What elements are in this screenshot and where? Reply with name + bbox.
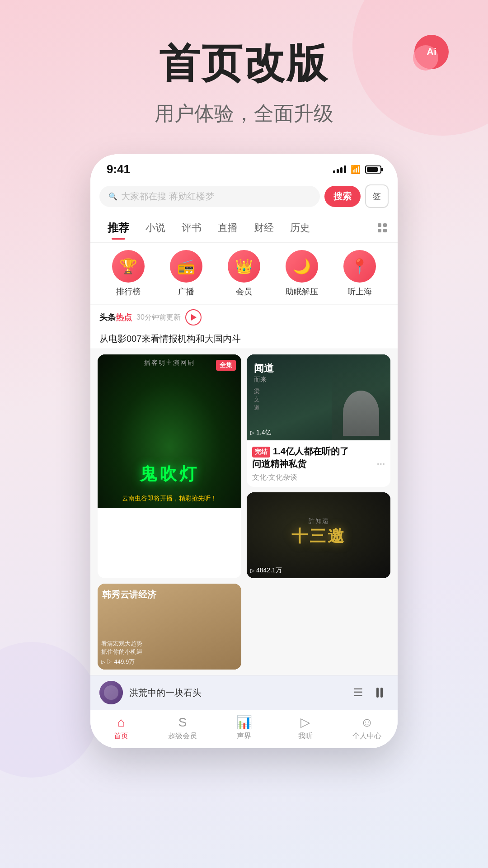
svg-text:Ai: Ai [427, 46, 436, 57]
news-play-button[interactable] [185, 309, 202, 326]
tab-recommend[interactable]: 推荐 [99, 217, 137, 239]
nav-soundscape[interactable]: 📊 声界 [226, 715, 262, 741]
pause-icon [376, 688, 383, 698]
nav-profile[interactable]: ☺ 个人中心 [349, 715, 385, 741]
sleep-label: 助眠解压 [286, 286, 318, 297]
phone-mockup: 9:41 📶 🔍 大家都在搜 蒋勋红楼梦 搜索 签 推荐 小说 评书 直播 财 [90, 154, 398, 748]
ghost-lamp-title: 鬼吹灯 [98, 462, 241, 486]
thirteen-play-count: 4842.1万 [250, 566, 282, 575]
category-member[interactable]: 👑 会员 [228, 250, 260, 297]
card-ghost-lamp[interactable]: 播客明主演网剧 全集 鬼吹灯 云南虫谷即将开播，精彩抢先听！ [98, 354, 241, 578]
news-text: 从电影007来看情报机构和大国内斗 [90, 330, 398, 349]
now-playing-controls: ☰ [353, 684, 389, 702]
card-wendao[interactable]: 闻道 而来 梁文道 1.4亿 完结1.4亿人都在听的了问道精神私货 ··· [247, 354, 390, 487]
wendao-subtitle-en: 而来 [254, 376, 267, 384]
home-icon: ⌂ [117, 715, 125, 730]
profile-label: 个人中心 [352, 731, 381, 741]
card-thirteen[interactable]: 許知遠 十三邀 4842.1万 [247, 492, 390, 578]
profile-icon: ☺ [361, 715, 374, 730]
thirteen-title: 十三邀 [291, 525, 346, 547]
sleep-icon: 🌙 [286, 250, 318, 283]
news-source: 头条热点 [99, 312, 132, 323]
hanxiuyun-title-overlay: 韩秀云讲经济 [102, 588, 237, 601]
news-banner: 头条热点 30分钟前更新 [90, 304, 398, 330]
member-label: 会员 [236, 286, 252, 297]
member-icon: 👑 [228, 250, 260, 283]
soundscape-label: 声界 [237, 731, 251, 741]
ranking-icon: 🏆 [112, 250, 145, 283]
category-row: 🏆 排行榜 📻 广播 👑 会员 🌙 助眠解压 📍 听上海 [90, 243, 398, 304]
main-title: 首页改版 [27, 36, 461, 91]
category-sleep[interactable]: 🌙 助眠解压 [286, 250, 318, 297]
wendao-badge: 完结 [252, 447, 270, 458]
ghost-lamp-image: 播客明主演网剧 全集 鬼吹灯 云南虫谷即将开播，精彩抢先听！ [98, 354, 241, 508]
wendao-more-button[interactable]: ··· [377, 458, 385, 472]
home-label: 首页 [114, 731, 128, 741]
wendao-image: 闻道 而来 梁文道 1.4亿 [247, 354, 390, 440]
pause-button[interactable] [371, 684, 389, 702]
shanghai-label: 听上海 [347, 286, 372, 297]
news-source-highlight: 热点 [116, 313, 132, 322]
battery-icon [365, 165, 381, 174]
nav-home[interactable]: ⌂ 首页 [103, 715, 139, 741]
now-playing-title: 洪荒中的一块石头 [129, 687, 347, 699]
radio-label: 广播 [178, 286, 194, 297]
tab-novel[interactable]: 小说 [137, 217, 174, 238]
category-shanghai[interactable]: 📍 听上海 [343, 250, 376, 297]
search-placeholder: 大家都在搜 蒋勋红楼梦 [121, 190, 311, 203]
now-playing-avatar [99, 681, 123, 704]
tab-live[interactable]: 直播 [210, 217, 246, 238]
ghost-lamp-subtitle: 云南虫谷即将开播，精彩抢先听！ [98, 495, 241, 503]
member-nav-label: 超级会员 [168, 731, 197, 741]
ghost-lamp-badge: 全集 [216, 360, 236, 371]
news-time: 30分钟前更新 [136, 313, 181, 322]
wendao-category: 文化·文化杂谈 [252, 473, 385, 482]
nav-super-member[interactable]: S 超级会员 [164, 715, 201, 741]
search-button[interactable]: 搜索 [324, 186, 361, 207]
wifi-icon: 📶 [351, 165, 361, 175]
category-radio[interactable]: 📻 广播 [170, 250, 202, 297]
sign-button[interactable]: 签 [365, 184, 389, 208]
thirteen-image: 許知遠 十三邀 4842.1万 [247, 492, 390, 578]
wendao-play-count: 1.4亿 [250, 429, 271, 437]
my-listen-icon: ▷ [300, 715, 310, 730]
nav-tabs: 推荐 小说 评书 直播 财经 历史 [90, 213, 398, 243]
signal-icon [333, 165, 346, 173]
wendao-card-title: 完结1.4亿人都在听的了问道精神私货 ··· [252, 445, 385, 470]
shanghai-icon: 📍 [343, 250, 376, 283]
wendao-author: 梁文道 [254, 387, 260, 412]
ranking-label: 排行榜 [116, 286, 141, 297]
tab-history[interactable]: 历史 [282, 217, 318, 238]
nav-more-button[interactable] [376, 222, 389, 234]
wendao-title-zh: 闻道 [254, 362, 274, 376]
tab-finance[interactable]: 财经 [246, 217, 282, 238]
search-input-wrap[interactable]: 🔍 大家都在搜 蒋勋红楼梦 [99, 186, 320, 207]
status-bar: 9:41 📶 [90, 154, 398, 181]
tab-commentary[interactable]: 评书 [174, 217, 210, 238]
bottom-nav: ⌂ 首页 S 超级会员 📊 声界 ▷ 我听 ☺ 个人中心 [90, 710, 398, 748]
playlist-icon[interactable]: ☰ [353, 686, 363, 699]
content-grid: 播客明主演网剧 全集 鬼吹灯 云南虫谷即将开播，精彩抢先听！ 闻道 而来 梁文道 [90, 349, 398, 675]
search-area: 🔍 大家都在搜 蒋勋红楼梦 搜索 签 [90, 181, 398, 213]
category-ranking[interactable]: 🏆 排行榜 [112, 250, 145, 297]
wendao-info: 完结1.4亿人都在听的了问道精神私货 ··· 文化·文化杂谈 [247, 440, 390, 487]
hanxiuyun-image: 韩秀云讲经济 看清宏观大趋势抓住你的小机遇 ▷ 449.9万 [98, 584, 241, 670]
now-playing-bar: 洪荒中的一块石头 ☰ [90, 675, 398, 710]
sub-title: 用户体验，全面升级 [27, 100, 461, 127]
radio-icon: 📻 [170, 250, 202, 283]
logo-bubble: Ai [407, 32, 452, 77]
hanxiuyun-play-count: ▷ 449.9万 [101, 658, 135, 666]
member-nav-icon: S [178, 715, 187, 730]
status-icons: 📶 [333, 165, 381, 175]
status-time: 9:41 [107, 162, 130, 176]
search-icon: 🔍 [108, 192, 117, 201]
nav-my-listen[interactable]: ▷ 我听 [287, 715, 324, 741]
card-hanxiuyun[interactable]: 韩秀云讲经济 看清宏观大趋势抓住你的小机遇 ▷ 449.9万 [98, 584, 241, 670]
promo-section: 首页改版 用户体验，全面升级 Ai [0, 0, 488, 145]
soundscape-icon: 📊 [236, 715, 252, 730]
my-listen-label: 我听 [298, 731, 313, 741]
